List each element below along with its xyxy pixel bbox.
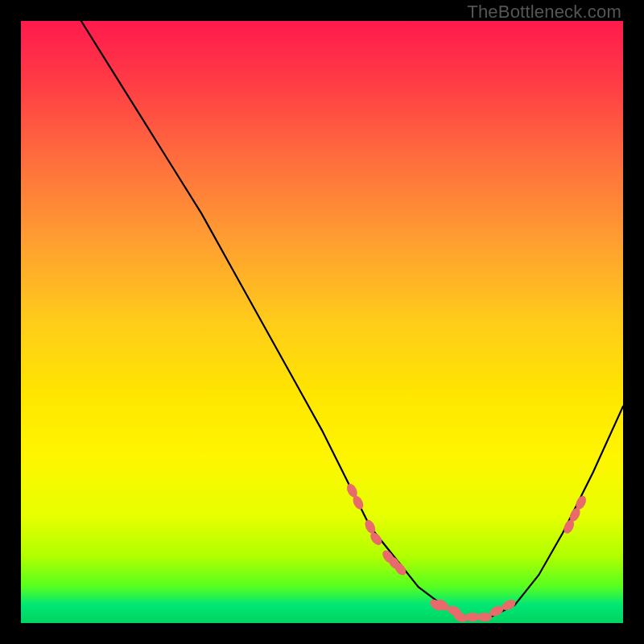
attribution-watermark: TheBottleneck.com — [467, 2, 621, 23]
highlight-dot — [477, 613, 492, 621]
plot-area — [21, 21, 623, 623]
bottleneck-curve-line — [81, 21, 623, 617]
curve-layer — [21, 21, 623, 623]
chart-frame: TheBottleneck.com — [0, 0, 644, 644]
